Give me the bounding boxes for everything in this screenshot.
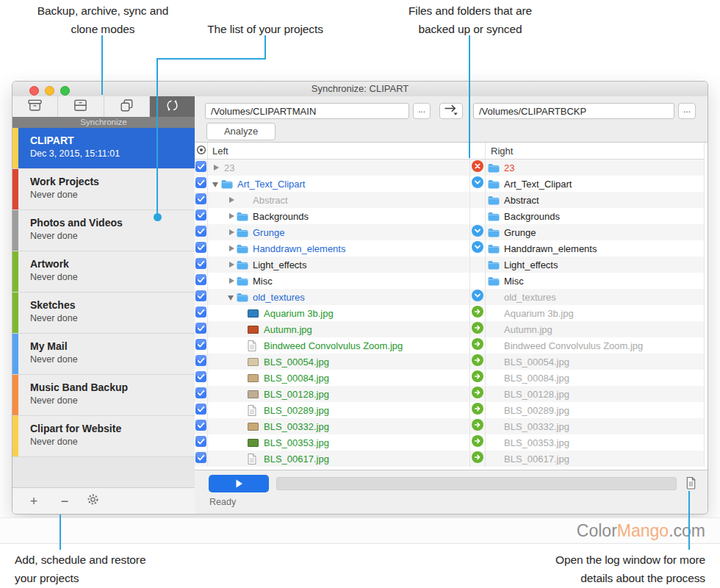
row-checkbox[interactable]: [195, 258, 206, 272]
add-project-button[interactable]: +: [26, 488, 42, 514]
status-down-icon: [472, 241, 483, 256]
file-row[interactable]: MiscMisc: [195, 273, 704, 289]
left-item-name: Backgrounds: [251, 211, 309, 222]
zoom-button[interactable]: [60, 86, 70, 96]
row-checkbox[interactable]: [195, 404, 206, 417]
disclosure-toggle-icon[interactable]: [226, 257, 237, 273]
row-checkbox[interactable]: [195, 226, 206, 240]
right-item-name: 23: [503, 162, 514, 173]
disclosure-toggle-icon[interactable]: [226, 240, 237, 257]
start-sync-button[interactable]: [209, 475, 269, 492]
browse-right-button[interactable]: ...: [678, 103, 696, 119]
project-item[interactable]: Clipart for WebsiteNever done: [12, 416, 195, 457]
annotation-modes-line1: Backup, archive, sync and: [37, 1, 168, 20]
row-checkbox[interactable]: [195, 290, 206, 304]
status-copy-icon: [472, 435, 483, 450]
path-toolbar: ... ... Analyze: [195, 96, 708, 143]
file-row[interactable]: BLS_00617.jpgBLS_00617.jpg: [195, 451, 704, 467]
file-row[interactable]: old_texturesold_textures: [195, 289, 704, 305]
file-row[interactable]: Bindweed Convolvulus Zoom.jpgBindweed Co…: [195, 337, 704, 354]
disclosure-toggle-icon[interactable]: [211, 159, 221, 176]
right-path-input[interactable]: [473, 103, 674, 119]
disclosure-toggle-icon[interactable]: [226, 208, 237, 224]
folder-icon: [237, 228, 251, 237]
mode-toolbar: [12, 96, 195, 117]
row-checkbox[interactable]: [195, 209, 206, 223]
right-item-name: Abstract: [503, 195, 539, 206]
row-checkbox[interactable]: [195, 387, 206, 401]
image-thumbnail-icon: [248, 358, 262, 366]
disclosure-toggle-icon[interactable]: [226, 192, 237, 208]
row-checkbox[interactable]: [195, 355, 206, 369]
close-button[interactable]: [29, 86, 39, 96]
file-row[interactable]: BLS_00332.jpgBLS_00332.jpg: [195, 418, 704, 434]
file-row[interactable]: BLS_00128.jpgBLS_00128.jpg: [195, 386, 704, 402]
file-row[interactable]: Light_effectsLight_effects: [195, 257, 704, 273]
disclosure-toggle-icon[interactable]: [226, 289, 237, 305]
project-color-stripe: [12, 293, 18, 333]
callout-line-projects-v1: [264, 35, 266, 60]
row-checkbox[interactable]: [195, 161, 206, 175]
file-row[interactable]: Art_Text_ClipartArt_Text_Clipart: [195, 176, 704, 192]
row-checkbox[interactable]: [195, 193, 206, 207]
row-checkbox[interactable]: [195, 436, 206, 450]
bottom-toolbar: Ready: [195, 470, 708, 514]
project-item[interactable]: Music Band BackupNever done: [12, 375, 195, 416]
file-row[interactable]: 2323: [195, 159, 704, 176]
file-row[interactable]: BLS_00084.jpgBLS_00084.jpg: [195, 370, 704, 386]
mode-tab-archive[interactable]: [58, 96, 104, 117]
remove-project-button[interactable]: −: [57, 488, 73, 514]
analyze-button[interactable]: Analyze: [206, 123, 276, 140]
clone-mode-icon: [118, 97, 135, 117]
file-row[interactable]: Aquarium 3b.jpgAquarium 3b.jpg: [195, 305, 704, 321]
file-row[interactable]: AbstractAbstract: [195, 192, 704, 208]
file-row[interactable]: Autumn.jpgAutumn.jpg: [195, 321, 704, 337]
project-name: Music Band Backup: [30, 381, 128, 393]
file-row[interactable]: BLS_00353.jpgBLS_00353.jpg: [195, 434, 704, 451]
mode-tab-backup[interactable]: [12, 96, 58, 117]
row-checkbox[interactable]: [195, 323, 206, 337]
right-item-name: BLS_00084.jpg: [503, 373, 569, 384]
file-row[interactable]: BLS_00054.jpgBLS_00054.jpg: [195, 354, 704, 370]
row-checkbox[interactable]: [195, 274, 206, 288]
row-checkbox[interactable]: [195, 339, 206, 353]
minimize-button[interactable]: [45, 86, 54, 96]
folder-icon: [488, 212, 503, 221]
file-row[interactable]: BackgroundsBackgrounds: [195, 208, 704, 224]
disclosure-toggle-icon[interactable]: [211, 176, 221, 192]
settings-button[interactable]: [84, 488, 101, 514]
row-checkbox[interactable]: [195, 177, 206, 191]
disclosure-toggle-icon[interactable]: [226, 273, 237, 289]
project-item[interactable]: SketchesNever done: [12, 293, 195, 334]
project-item[interactable]: Work ProjectsNever done: [12, 169, 195, 210]
left-item-name: Handdrawn_elements: [251, 243, 345, 254]
project-item[interactable]: My MailNever done: [12, 334, 195, 375]
callout-dot-projects: [154, 213, 162, 221]
left-path-input[interactable]: [205, 103, 409, 119]
log-document-icon: [685, 476, 696, 493]
sync-direction-button[interactable]: [439, 103, 463, 119]
disclosure-toggle-icon[interactable]: [226, 224, 237, 240]
browse-left-button[interactable]: ...: [413, 103, 431, 119]
row-checkbox[interactable]: [195, 242, 206, 256]
sidebar-footer: + −: [12, 487, 195, 514]
file-row[interactable]: GrungeGrunge: [195, 224, 704, 240]
project-item[interactable]: Photos and VideosNever done: [12, 210, 195, 251]
app-window: Synchronize: CLIPART Synchronize CLIPART…: [12, 81, 708, 514]
row-checkbox[interactable]: [195, 420, 206, 434]
mode-tab-clone[interactable]: [104, 96, 150, 117]
arrow-right-icon: [443, 104, 459, 118]
project-item[interactable]: CLIPARTDec 3, 2015, 15:11:01: [12, 128, 195, 169]
file-row[interactable]: BLS_00289.jpgBLS_00289.jpg: [195, 402, 704, 418]
row-checkbox[interactable]: [195, 452, 206, 466]
folder-icon: [488, 196, 503, 205]
row-checkbox[interactable]: [195, 371, 206, 385]
project-color-stripe: [12, 251, 18, 292]
row-checkbox[interactable]: [195, 306, 206, 320]
open-log-button[interactable]: [683, 476, 699, 493]
project-name: CLIPART: [30, 135, 74, 146]
title-bar[interactable]: Synchronize: CLIPART: [12, 82, 708, 97]
project-item[interactable]: ArtworkNever done: [12, 251, 195, 293]
archive-mode-icon: [72, 97, 89, 117]
file-row[interactable]: Handdrawn_elementsHanddrawn_elements: [195, 240, 704, 257]
